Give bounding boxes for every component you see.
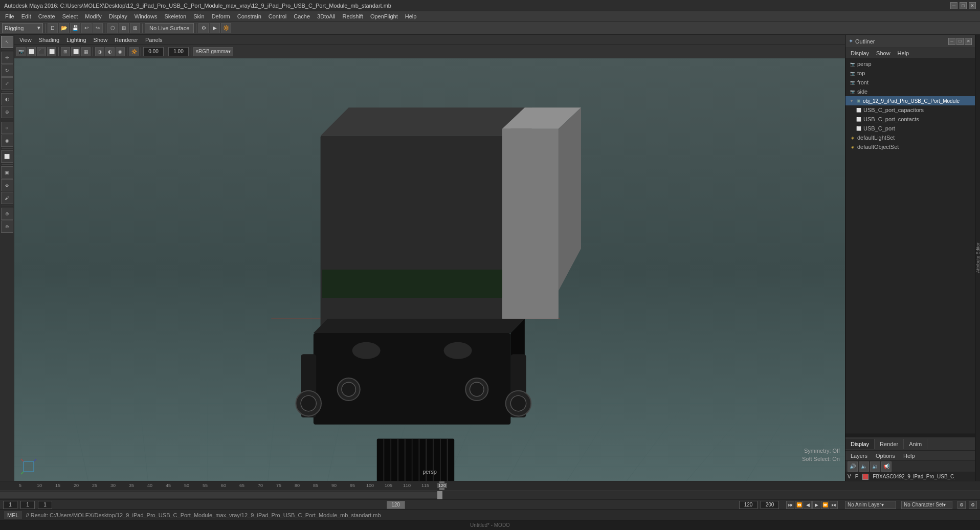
camera-select-button[interactable]: 📷 <box>16 47 26 56</box>
menu-deform[interactable]: Deform <box>209 12 233 20</box>
undo-button[interactable]: ↩ <box>81 23 92 33</box>
menu-3dtoall[interactable]: 3DtoAll <box>314 12 338 20</box>
next-frame-button[interactable]: ⏩ <box>821 501 829 509</box>
redo-button[interactable]: ↪ <box>93 23 103 33</box>
start-frame-input[interactable] <box>3 501 17 509</box>
menu-display[interactable]: Display <box>106 12 130 20</box>
scale-tool-button[interactable]: ⤢ <box>1 77 13 90</box>
tab-display[interactable]: Display <box>845 439 875 449</box>
show-manip-button[interactable]: ⊕ <box>1 106 13 118</box>
view-menu[interactable]: View <box>16 36 35 44</box>
wireframe-button[interactable]: ⊞ <box>61 47 70 56</box>
anim-layer-dropdown[interactable]: No Anim Layer ▾ <box>845 501 896 509</box>
timeline-scrub-bar[interactable] <box>0 491 980 499</box>
menu-control[interactable]: Control <box>265 12 289 20</box>
lighting-menu[interactable]: Lighting <box>63 36 90 44</box>
timeline-ruler[interactable]: 5 10 15 20 25 30 35 40 45 50 55 60 65 70… <box>0 481 980 491</box>
outliner-display-menu[interactable]: Display <box>848 49 872 57</box>
tab-render[interactable]: Render <box>875 439 904 449</box>
shading-menu[interactable]: Shading <box>36 36 62 44</box>
menu-select[interactable]: Select <box>59 12 81 20</box>
script-mode-indicator[interactable]: MEL <box>4 511 22 519</box>
char-set-dropdown[interactable]: No Character Set ▾ <box>901 501 952 509</box>
ipr-render-button[interactable]: 🔆 <box>221 23 231 33</box>
outliner-close-button[interactable]: ✕ <box>965 38 972 45</box>
gamma-dropdown[interactable]: sRGB gamma ▾ <box>193 47 233 56</box>
exposure-value[interactable] <box>143 47 164 56</box>
view-cube-button[interactable]: ⬜ <box>1 150 13 163</box>
outliner-tree[interactable]: 📷 persp 📷 top 📷 front 📷 side <box>845 58 975 433</box>
layer-color-dot[interactable] <box>862 474 868 480</box>
menu-edit[interactable]: Edit <box>18 12 34 20</box>
anim-prefs-button[interactable]: ⚙ <box>957 501 966 509</box>
show-menu[interactable]: Show <box>91 36 111 44</box>
tree-item-persp[interactable]: 📷 persp <box>845 59 975 69</box>
snap-to-grid-button[interactable]: ⊞ <box>130 23 140 33</box>
smooth-shade-button[interactable]: ⬜ <box>71 47 80 56</box>
frame-120-input[interactable] <box>387 501 405 509</box>
exposure-button[interactable]: 🔆 <box>129 47 139 56</box>
resolution-gate-button[interactable]: ⬛ <box>37 47 46 56</box>
expand-icon-obj[interactable]: ▼ <box>850 99 854 103</box>
outliner-minimize-button[interactable]: ─ <box>948 38 955 45</box>
tree-item-side[interactable]: 📷 side <box>845 87 975 96</box>
menu-cache[interactable]: Cache <box>291 12 313 20</box>
mode-dropdown[interactable]: Rigging ▾ <box>2 23 43 33</box>
gamma-value[interactable] <box>168 47 189 56</box>
menu-windows[interactable]: Windows <box>131 12 161 20</box>
renderer-menu[interactable]: Renderer <box>112 36 141 44</box>
current-frame-input2[interactable] <box>38 501 52 509</box>
tree-item-capacitors[interactable]: ⬜ USB_C_port_capacitors <box>845 105 975 115</box>
menu-modify[interactable]: Modify <box>82 12 104 20</box>
move-tool-button[interactable]: ✛ <box>1 52 13 64</box>
maximize-button[interactable]: □ <box>960 2 967 9</box>
go-start-button[interactable]: ⏮ <box>786 501 794 509</box>
panels-menu[interactable]: Panels <box>142 36 166 44</box>
prev-frame-button[interactable]: ⏪ <box>795 501 803 509</box>
rotate-tool-button[interactable]: ↻ <box>1 64 13 77</box>
no-live-surface-button[interactable]: No Live Surface <box>145 23 194 33</box>
save-scene-button[interactable]: 💾 <box>70 23 80 33</box>
rivet-button[interactable]: ⊚ <box>1 208 13 220</box>
tree-item-contacts[interactable]: ⬜ USB_C_port_contacts <box>845 115 975 124</box>
new-layer-button[interactable]: 🔊 <box>848 461 858 472</box>
shadows-button[interactable]: ◑ <box>95 47 104 56</box>
ao-button[interactable]: ◐ <box>105 47 115 56</box>
menu-redshift[interactable]: Redshift <box>340 12 366 20</box>
outliner-scrollbar[interactable] <box>845 433 975 437</box>
render-current-button[interactable]: ▶ <box>210 23 220 33</box>
outliner-maximize-button[interactable]: □ <box>956 38 964 45</box>
outliner-help-menu[interactable]: Help <box>895 49 912 57</box>
tree-item-front[interactable]: 📷 front <box>845 78 975 87</box>
layer-help-menu[interactable]: Help <box>900 452 918 460</box>
quick-select-button[interactable]: ▣ <box>1 166 13 179</box>
play-forward-button[interactable]: ▶ <box>812 501 820 509</box>
menu-file[interactable]: File <box>2 12 17 20</box>
select-by-component-button[interactable]: ⊞ <box>119 23 129 33</box>
render-settings-button[interactable]: ⚙ <box>198 23 209 33</box>
new-scene-button[interactable]: 🗋 <box>48 23 58 33</box>
select-by-hierarchy-button[interactable]: ⬡ <box>107 23 118 33</box>
current-frame-input[interactable] <box>20 501 35 509</box>
view-cube[interactable] <box>18 456 39 477</box>
viewport-3d[interactable]: persp Symmetry: Off Soft Select: On <box>14 58 845 481</box>
menu-constrain[interactable]: Constrain <box>234 12 264 20</box>
menu-skeleton[interactable]: Skeleton <box>161 12 189 20</box>
play-back-button[interactable]: ◀ <box>804 501 812 509</box>
tree-item-port[interactable]: ⬜ USB_C_port <box>845 124 975 133</box>
select-tool-button[interactable]: ↖ <box>1 36 13 48</box>
tree-item-lightset[interactable]: ◈ defaultLightSet <box>845 133 975 142</box>
tree-item-top[interactable]: 📷 top <box>845 69 975 78</box>
menu-help[interactable]: Help <box>402 12 420 20</box>
lasso-select-button[interactable]: ○ <box>1 122 13 134</box>
menu-skin[interactable]: Skin <box>190 12 207 20</box>
menu-create[interactable]: Create <box>35 12 58 20</box>
go-end-button[interactable]: ⏭ <box>830 501 838 509</box>
safe-action-button[interactable]: ⬜ <box>47 47 56 56</box>
textured-button[interactable]: ▦ <box>81 47 91 56</box>
anim-prefs2-button[interactable]: ⚙ <box>969 501 977 509</box>
close-button[interactable]: ✕ <box>969 2 976 9</box>
new-layer3-button[interactable]: 🔉 <box>870 461 880 472</box>
timeline-handle[interactable] <box>437 491 442 499</box>
place-button[interactable]: ⊛ <box>1 220 13 233</box>
